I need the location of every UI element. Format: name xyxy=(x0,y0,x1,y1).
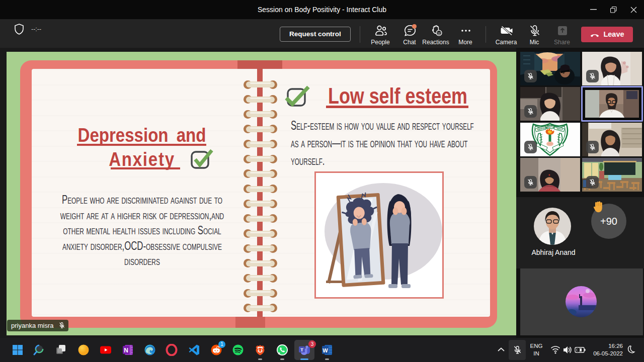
svg-text:BEFORE: BEFORE xyxy=(547,125,558,128)
svg-text:T: T xyxy=(300,347,303,352)
svg-text:N: N xyxy=(124,347,128,354)
svg-text:W: W xyxy=(323,347,328,353)
